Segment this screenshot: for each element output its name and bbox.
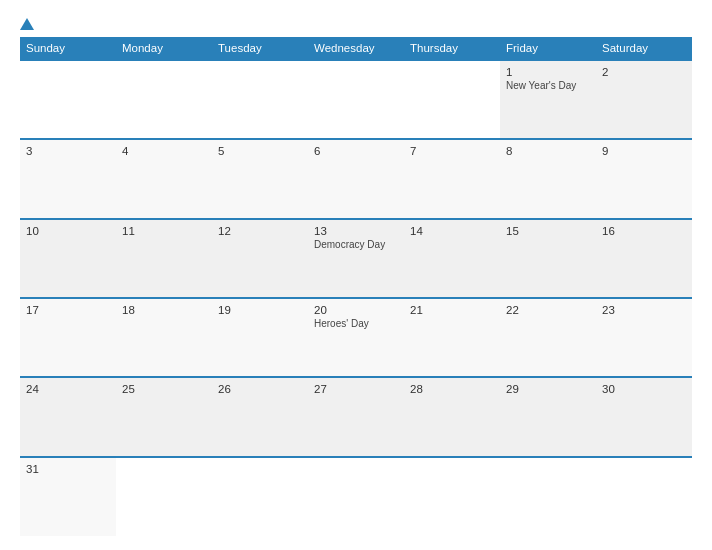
calendar-cell (308, 457, 404, 536)
day-number: 28 (410, 383, 494, 395)
logo-triangle-icon (20, 18, 34, 30)
day-number: 13 (314, 225, 398, 237)
holiday-name: Democracy Day (314, 239, 398, 251)
day-number: 17 (26, 304, 110, 316)
day-number: 8 (506, 145, 590, 157)
calendar-page: SundayMondayTuesdayWednesdayThursdayFrid… (0, 0, 712, 550)
day-number: 4 (122, 145, 206, 157)
logo (20, 18, 36, 31)
calendar-cell: 10 (20, 219, 116, 298)
calendar-cell: 13Democracy Day (308, 219, 404, 298)
calendar-cell: 15 (500, 219, 596, 298)
day-number: 25 (122, 383, 206, 395)
calendar-cell (116, 457, 212, 536)
week-row-2: 3456789 (20, 139, 692, 218)
day-number: 20 (314, 304, 398, 316)
calendar-cell (20, 60, 116, 139)
day-number: 26 (218, 383, 302, 395)
calendar-cell (212, 60, 308, 139)
weekday-header-wednesday: Wednesday (308, 37, 404, 60)
calendar-cell: 16 (596, 219, 692, 298)
day-number: 31 (26, 463, 110, 475)
calendar-cell: 2 (596, 60, 692, 139)
calendar-cell: 21 (404, 298, 500, 377)
day-number: 14 (410, 225, 494, 237)
holiday-name: New Year's Day (506, 80, 590, 92)
calendar-cell: 26 (212, 377, 308, 456)
day-number: 29 (506, 383, 590, 395)
day-number: 2 (602, 66, 686, 78)
day-number: 7 (410, 145, 494, 157)
weekday-header-sunday: Sunday (20, 37, 116, 60)
day-number: 21 (410, 304, 494, 316)
weekday-header-row: SundayMondayTuesdayWednesdayThursdayFrid… (20, 37, 692, 60)
day-number: 9 (602, 145, 686, 157)
week-row-6: 31 (20, 457, 692, 536)
holiday-name: Heroes' Day (314, 318, 398, 330)
day-number: 11 (122, 225, 206, 237)
calendar-cell: 8 (500, 139, 596, 218)
day-number: 18 (122, 304, 206, 316)
calendar-cell: 23 (596, 298, 692, 377)
day-number: 3 (26, 145, 110, 157)
calendar-cell (500, 457, 596, 536)
calendar-cell: 6 (308, 139, 404, 218)
calendar-cell: 29 (500, 377, 596, 456)
calendar-cell: 4 (116, 139, 212, 218)
calendar-cell: 12 (212, 219, 308, 298)
day-number: 24 (26, 383, 110, 395)
country-label (612, 18, 692, 22)
calendar-cell (404, 457, 500, 536)
day-number: 15 (506, 225, 590, 237)
calendar-cell: 1New Year's Day (500, 60, 596, 139)
day-number: 23 (602, 304, 686, 316)
calendar-cell: 14 (404, 219, 500, 298)
calendar-cell: 19 (212, 298, 308, 377)
day-number: 10 (26, 225, 110, 237)
calendar-cell: 28 (404, 377, 500, 456)
day-number: 12 (218, 225, 302, 237)
calendar-cell: 20Heroes' Day (308, 298, 404, 377)
calendar-cell (308, 60, 404, 139)
calendar-cell: 30 (596, 377, 692, 456)
calendar-cell (212, 457, 308, 536)
week-row-1: 1New Year's Day2 (20, 60, 692, 139)
day-number: 27 (314, 383, 398, 395)
calendar-table: SundayMondayTuesdayWednesdayThursdayFrid… (20, 37, 692, 536)
weekday-header-tuesday: Tuesday (212, 37, 308, 60)
day-number: 1 (506, 66, 590, 78)
day-number: 22 (506, 304, 590, 316)
calendar-cell: 3 (20, 139, 116, 218)
day-number: 19 (218, 304, 302, 316)
weekday-header-thursday: Thursday (404, 37, 500, 60)
week-row-4: 17181920Heroes' Day212223 (20, 298, 692, 377)
calendar-cell: 11 (116, 219, 212, 298)
calendar-cell (596, 457, 692, 536)
calendar-cell: 18 (116, 298, 212, 377)
calendar-cell: 31 (20, 457, 116, 536)
weekday-header-monday: Monday (116, 37, 212, 60)
calendar-cell: 25 (116, 377, 212, 456)
calendar-cell (116, 60, 212, 139)
calendar-cell: 22 (500, 298, 596, 377)
calendar-cell: 24 (20, 377, 116, 456)
weekday-header-saturday: Saturday (596, 37, 692, 60)
calendar-cell: 17 (20, 298, 116, 377)
calendar-cell (404, 60, 500, 139)
calendar-cell: 7 (404, 139, 500, 218)
week-row-5: 24252627282930 (20, 377, 692, 456)
calendar-cell: 27 (308, 377, 404, 456)
header (20, 18, 692, 31)
day-number: 5 (218, 145, 302, 157)
week-row-3: 10111213Democracy Day141516 (20, 219, 692, 298)
day-number: 30 (602, 383, 686, 395)
calendar-cell: 9 (596, 139, 692, 218)
calendar-cell: 5 (212, 139, 308, 218)
day-number: 6 (314, 145, 398, 157)
weekday-header-friday: Friday (500, 37, 596, 60)
day-number: 16 (602, 225, 686, 237)
